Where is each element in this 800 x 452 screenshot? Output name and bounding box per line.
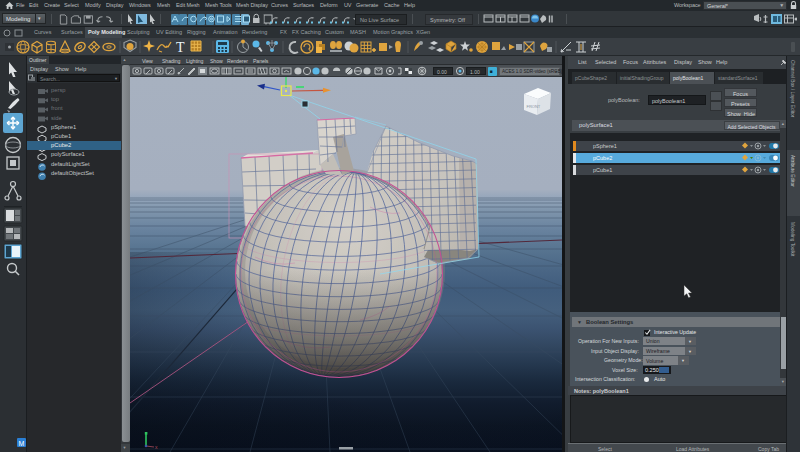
svg-text:FRONT: FRONT bbox=[527, 104, 541, 109]
svg-text:M: M bbox=[19, 440, 25, 447]
svg-text:T: T bbox=[176, 40, 185, 55]
